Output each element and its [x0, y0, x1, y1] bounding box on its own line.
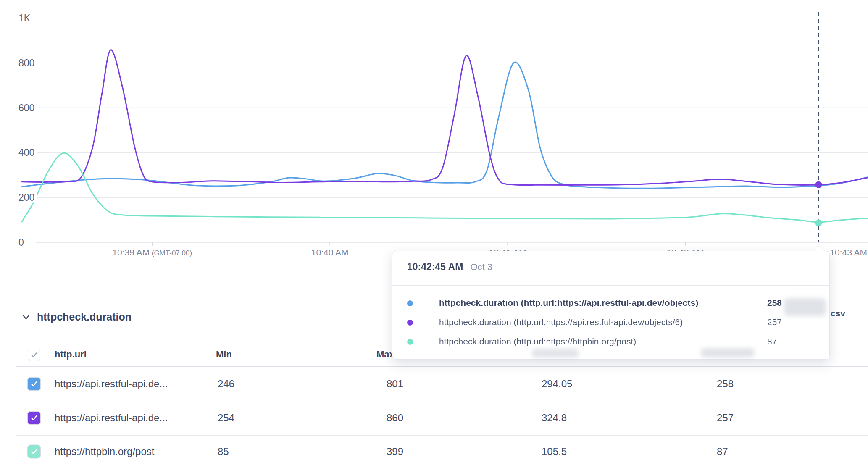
- series-color-dot: [407, 300, 413, 306]
- check-icon: [30, 414, 38, 422]
- redacted-text: [784, 298, 826, 316]
- tooltip-date: Oct 3: [470, 262, 492, 273]
- check-icon: [30, 380, 38, 388]
- tooltip-divider: [392, 285, 829, 286]
- cell-value: 258: [717, 378, 734, 390]
- cell-url[interactable]: https://api.restful-api.de...: [55, 378, 168, 390]
- tooltip-series-label: httpcheck.duration (http.url:https://htt…: [439, 336, 636, 347]
- series-color-dot: [407, 339, 413, 345]
- column-header-http-url[interactable]: http.url: [55, 349, 87, 360]
- redacted-column-header: [532, 349, 579, 357]
- y-tick-label: 400: [18, 147, 37, 158]
- cell-value: 257: [717, 412, 734, 424]
- table-header-border: [16, 366, 868, 367]
- tooltip-series-row: httpcheck.duration (http.url:https://api…: [392, 313, 829, 332]
- y-tick-label: 800: [18, 58, 37, 68]
- column-header-min[interactable]: Min: [216, 349, 232, 360]
- y-tick-label: 200: [18, 192, 37, 203]
- cell-url[interactable]: https://api.restful-api.de...: [55, 412, 168, 424]
- chart-tooltip: 10:42:45 AM Oct 3 httpcheck.duration (ht…: [392, 251, 830, 360]
- section-title: httpcheck.duration: [37, 311, 132, 323]
- cell-max: 399: [387, 446, 403, 457]
- row-checkbox[interactable]: [28, 378, 40, 390]
- tooltip-series-value: 87: [767, 336, 777, 347]
- cell-min: 246: [218, 378, 234, 390]
- cell-avg: 105.5: [542, 446, 567, 457]
- tooltip-series-row: httpcheck.duration (http.url:https://api…: [392, 294, 829, 313]
- y-tick-label: 1K: [18, 13, 32, 24]
- tooltip-timestamp: 10:42:45 AM: [407, 261, 463, 273]
- row-checkbox[interactable]: [28, 445, 40, 458]
- tooltip-series-row: httpcheck.duration (http.url:https://htt…: [392, 332, 829, 352]
- tooltip-series-label: httpcheck.duration (http.url:https://api…: [439, 317, 683, 327]
- cell-max: 801: [387, 378, 403, 390]
- y-tick-label: 600: [18, 102, 37, 113]
- section-header: httpcheck.duration: [21, 311, 132, 323]
- chevron-down-icon[interactable]: [21, 312, 31, 322]
- cell-avg: 294.05: [542, 378, 572, 390]
- cell-min: 85: [218, 446, 229, 457]
- y-tick-label: 0: [18, 237, 26, 248]
- cell-max: 860: [387, 412, 403, 424]
- row-checkbox[interactable]: [28, 412, 40, 424]
- redacted-column-header: [701, 348, 755, 357]
- metric-table-section: httpcheck.duration csv http.url Min Max …: [0, 0, 868, 473]
- tooltip-series-value: 258: [767, 298, 782, 308]
- httpcheck-dashboard: { "colors": { "blue": "#57a0e8", "purple…: [0, 0, 868, 473]
- row-separator: [16, 402, 868, 402]
- select-all-checkbox[interactable]: [28, 349, 40, 361]
- tooltip-rows: httpcheck.duration (http.url:https://api…: [392, 294, 829, 352]
- cell-min: 254: [218, 412, 234, 424]
- download-csv-link[interactable]: csv: [831, 308, 845, 318]
- row-separator: [16, 435, 868, 436]
- tooltip-series-value: 257: [767, 317, 782, 327]
- check-icon: [30, 351, 38, 359]
- tooltip-header: 10:42:45 AM Oct 3: [407, 261, 492, 273]
- check-icon: [30, 447, 38, 456]
- series-color-dot: [407, 320, 413, 326]
- cell-avg: 324.8: [542, 412, 567, 424]
- cell-value: 87: [717, 446, 728, 457]
- tooltip-series-label: httpcheck.duration (http.url:https://api…: [439, 298, 698, 308]
- cell-url[interactable]: https://httpbin.org/post: [55, 446, 154, 457]
